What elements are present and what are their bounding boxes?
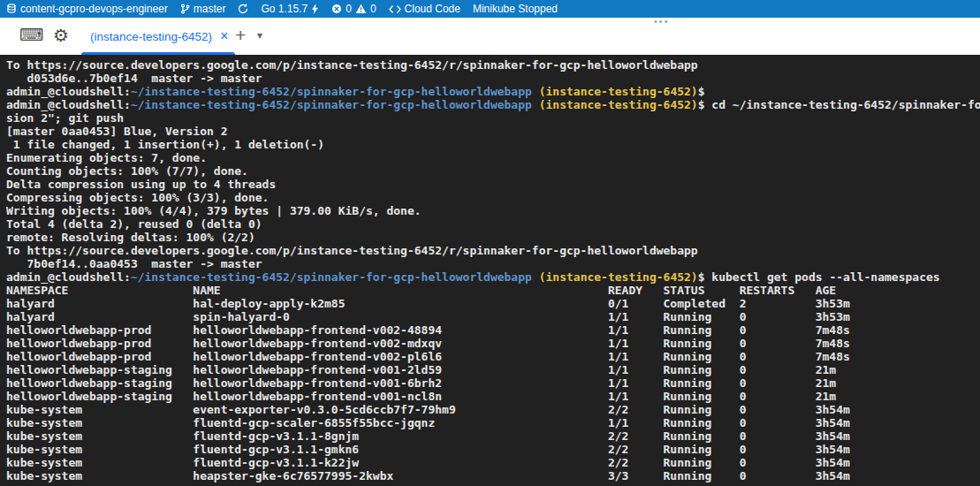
terminal-line: Writing objects: 100% (4/4), 379 bytes |… <box>6 204 980 217</box>
terminal-line: admin_@cloudshell:~/instance-testing-645… <box>6 85 980 98</box>
warning-icon <box>355 4 367 14</box>
terminal-line: To https://source.developers.google.com/… <box>6 244 980 257</box>
settings-button[interactable]: ⚙ <box>53 26 69 45</box>
tab-instance-testing-6452[interactable]: (instance-testing-6452) × <box>78 18 237 55</box>
warning-count: 0 <box>370 3 376 15</box>
terminal-line: remote: Resolving deltas: 100% (2/2) <box>6 231 980 244</box>
prompt-command: kubectl get pods --all-namespaces <box>705 270 940 284</box>
git-branch-icon <box>180 4 190 14</box>
prompt-dollar: $ <box>698 85 705 98</box>
pods-table-row: helloworldwebapp-prod helloworldwebapp-f… <box>6 323 980 337</box>
terminal-line: sion 2"; git push <box>6 111 980 125</box>
statusbar-item-branch[interactable]: master <box>174 0 232 18</box>
prompt-path: ~/instance-testing-6452/spinnaker-for-gc… <box>131 85 532 98</box>
statusbar-item-minikube[interactable]: Minikube Stopped <box>467 0 564 18</box>
tab-close-icon[interactable]: × <box>220 30 228 42</box>
prompt-path: ~/instance-testing-6452/spinnaker-for-gc… <box>131 270 532 284</box>
pods-table-row: helloworldwebapp-prod helloworldwebapp-f… <box>6 337 980 350</box>
prompt-env: (instance-testing-6452) <box>532 85 698 98</box>
prompt-user: admin_@cloudshell: <box>6 85 131 98</box>
terminal-line: 7b0ef14..0aa0453 master -> master <box>6 257 980 270</box>
terminal-line: 1 file changed, 1 insertion(+), 1 deleti… <box>6 138 980 151</box>
terminal[interactable]: To https://source.developers.google.com/… <box>0 55 980 486</box>
pods-table-header: NAMESPACE NAME READY STATUS RESTARTS AGE <box>6 284 980 297</box>
database-icon <box>6 4 17 14</box>
project-name: content-gcpro-devops-engineer <box>20 3 168 15</box>
prompt-dollar: $ <box>698 98 705 111</box>
pods-table-row: kube-system fluentd-gcp-v3.1.1-k22jw 2/2… <box>6 456 980 469</box>
prompt-env: (instance-testing-6452) <box>532 270 698 284</box>
sync-icon <box>238 4 248 14</box>
lightning-icon <box>311 4 319 14</box>
terminal-line: To https://source.developers.google.com/… <box>6 58 980 72</box>
statusbar-item-sync[interactable] <box>232 0 254 18</box>
pods-table-row: kube-system fluentd-gcp-scaler-6855f55bc… <box>6 416 980 429</box>
pods-table-row: halyard hal-deploy-apply-k2m85 0/1 Compl… <box>6 297 980 310</box>
error-count: 0 <box>346 3 352 15</box>
branch-name: master <box>194 3 226 15</box>
terminal-line: [master 0aa0453] Blue, Version 2 <box>6 125 980 138</box>
pods-table-row: kube-system heapster-gke-6c76577995-2kwb… <box>6 469 980 482</box>
prompt-path: ~/instance-testing-6452/spinnaker-for-gc… <box>131 98 532 111</box>
go-version-label: Go 1.15.7 <box>261 3 308 15</box>
prompt-env: (instance-testing-6452) <box>532 98 698 111</box>
pods-table-row: kube-system event-exporter-v0.3.0-5cd6cc… <box>6 403 980 416</box>
terminal-line: Counting objects: 100% (7/7), done. <box>6 164 980 178</box>
minikube-status-label: Minikube Stopped <box>473 3 558 15</box>
terminal-line: d053d6e..7b0ef14 master -> master <box>6 72 980 85</box>
pods-table-row: helloworldwebapp-staging helloworldwebap… <box>6 390 980 403</box>
statusbar-item-problems[interactable]: 0 0 <box>325 0 382 18</box>
pods-table-row: halyard spin-halyard-0 1/1 Running 0 3h5… <box>6 310 980 323</box>
statusbar-item-go-version[interactable]: Go 1.15.7 <box>254 0 325 18</box>
pods-table-row: kube-system fluentd-gcp-v3.1.1-8gnjm 2/2… <box>6 429 980 443</box>
tab-menu-chevron-down-icon[interactable]: ▾ <box>257 29 262 42</box>
prompt-dollar: $ <box>698 270 705 284</box>
keyboard-button[interactable]: ⌨ <box>19 26 43 45</box>
pods-table-row: helloworldwebapp-staging helloworldwebap… <box>6 363 980 376</box>
prompt-user: admin_@cloudshell: <box>6 98 131 111</box>
terminal-line: Compressing objects: 100% (3/3), done. <box>6 191 980 204</box>
terminal-line: Total 4 (delta 2), reused 0 (delta 0) <box>6 217 980 231</box>
new-tab-button[interactable]: + <box>235 25 246 46</box>
prompt-command: cd ~/instance-testing-6452/spinnaker-fo <box>705 98 980 111</box>
error-icon <box>331 4 342 14</box>
more-options-icon[interactable]: ••• <box>654 16 670 27</box>
statusbar-item-cloud-code[interactable]: Cloud Code <box>383 0 467 18</box>
code-brackets-icon <box>389 4 401 14</box>
tab-label: (instance-testing-6452) <box>90 30 212 43</box>
status-bar: content-gcpro-devops-engineer master Go … <box>0 0 980 18</box>
statusbar-item-project[interactable]: content-gcpro-devops-engineer <box>0 0 174 18</box>
terminal-line: admin_@cloudshell:~/instance-testing-645… <box>6 270 980 284</box>
terminal-toolbar: ⌨ ⚙ (instance-testing-6452) × + ▾ ••• <box>0 18 980 55</box>
pods-table-row: kube-system fluentd-gcp-v3.1.1-gmkn6 2/2… <box>6 443 980 456</box>
terminal-line: admin_@cloudshell:~/instance-testing-645… <box>6 98 980 111</box>
terminal-line: Delta compression using up to 4 threads <box>6 178 980 191</box>
prompt-user: admin_@cloudshell: <box>6 270 131 284</box>
pods-table-row: helloworldwebapp-staging helloworldwebap… <box>6 376 980 390</box>
cloud-code-label: Cloud Code <box>405 3 460 15</box>
terminal-line: Enumerating objects: 7, done. <box>6 151 980 164</box>
pods-table-row: helloworldwebapp-prod helloworldwebapp-f… <box>6 350 980 363</box>
